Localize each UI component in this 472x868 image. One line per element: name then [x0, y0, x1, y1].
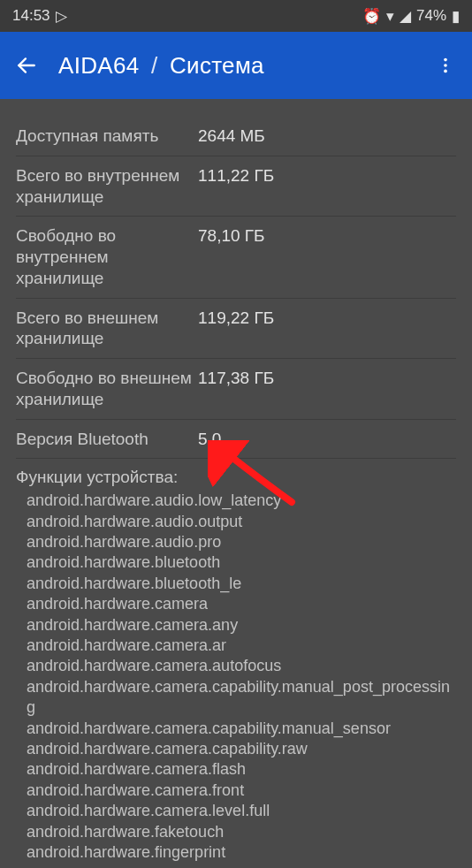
battery-text: 74% [416, 7, 446, 25]
feature-item: android.hardware.camera.ar [27, 636, 456, 656]
app-bar: AIDA64 / Система [0, 32, 472, 99]
status-bar: 14:53 ▷ ⏰ ▾ ◢ 74% ▮ [0, 0, 472, 32]
page-name: Система [170, 52, 264, 79]
row-external-free: Свободно во внешнем хранилище 117,38 ГБ [16, 359, 456, 420]
alarm-icon: ⏰ [362, 7, 381, 26]
row-external-total: Всего во внешнем хранилище 119,22 ГБ [16, 299, 456, 360]
signal-icon: ◢ [400, 7, 411, 26]
feature-item: android.hardware.audio.low_latency [27, 491, 456, 511]
battery-icon: ▮ [452, 7, 460, 26]
feature-item: android.hardware.camera.capability.manua… [27, 719, 456, 739]
label-external-free: Свободно во внешнем хранилище [16, 368, 193, 410]
features-list: android.hardware.audio.low_latencyandroi… [16, 491, 456, 863]
svg-point-1 [444, 58, 447, 62]
status-time: 14:53 [12, 7, 50, 25]
row-available-memory: Доступная память 2644 МБ [16, 117, 456, 156]
feature-item: android.hardware.audio.output [27, 512, 456, 532]
label-available-memory: Доступная память [16, 126, 193, 147]
row-bluetooth-version: Версия Bluetooth 5.0 [16, 420, 456, 460]
feature-item: android.hardware.bluetooth_le [27, 574, 456, 594]
value-external-total: 119,22 ГБ [193, 308, 274, 329]
play-icon: ▷ [56, 7, 67, 26]
more-vert-icon [436, 56, 455, 75]
status-left: 14:53 ▷ [12, 7, 67, 26]
svg-point-3 [444, 70, 447, 73]
status-right: ⏰ ▾ ◢ 74% ▮ [362, 7, 460, 26]
feature-item: android.hardware.audio.pro [27, 532, 456, 552]
feature-item: android.hardware.camera.capability.manua… [27, 677, 456, 719]
features-header: Функции устройства: [16, 459, 456, 491]
value-available-memory: 2644 МБ [193, 126, 265, 147]
feature-item: android.hardware.camera.autofocus [27, 656, 456, 676]
content[interactable]: Доступная память 2644 МБ Всего во внутре… [0, 99, 472, 863]
value-external-free: 117,38 ГБ [193, 368, 274, 389]
feature-item: android.hardware.camera.any [27, 615, 456, 636]
feature-item: android.hardware.faketouch [27, 822, 456, 842]
value-internal-total: 111,22 ГБ [193, 165, 274, 187]
label-bluetooth-version: Версия Bluetooth [16, 429, 193, 450]
title-slash: / [151, 52, 158, 79]
overflow-menu-button[interactable] [430, 49, 461, 81]
feature-item: android.hardware.camera.flash [27, 759, 456, 780]
svg-point-2 [444, 64, 447, 67]
back-arrow-icon [15, 54, 38, 77]
feature-item: android.hardware.bluetooth [27, 552, 456, 573]
feature-item: android.hardware.camera.capability.raw [27, 739, 456, 759]
feature-item: android.hardware.fingerprint [27, 842, 456, 863]
value-bluetooth-version: 5.0 [193, 429, 221, 450]
wifi-icon: ▾ [386, 7, 394, 26]
value-internal-free: 78,10 ГБ [193, 225, 265, 247]
label-internal-total: Всего во внутреннем хранилище [16, 165, 193, 208]
row-internal-free: Свободно во внутреннем хранилище 78,10 Г… [16, 217, 456, 298]
app-title: AIDA64 / Система [58, 52, 414, 80]
label-internal-free: Свободно во внутреннем хранилище [16, 225, 193, 288]
label-external-total: Всего во внешнем хранилище [16, 308, 193, 350]
app-name: AIDA64 [58, 52, 139, 79]
feature-item: android.hardware.camera.front [27, 780, 456, 801]
row-internal-total: Всего во внутреннем хранилище 111,22 ГБ [16, 156, 456, 217]
feature-item: android.hardware.camera [27, 594, 456, 614]
back-button[interactable] [11, 49, 42, 81]
feature-item: android.hardware.camera.level.full [27, 801, 456, 821]
